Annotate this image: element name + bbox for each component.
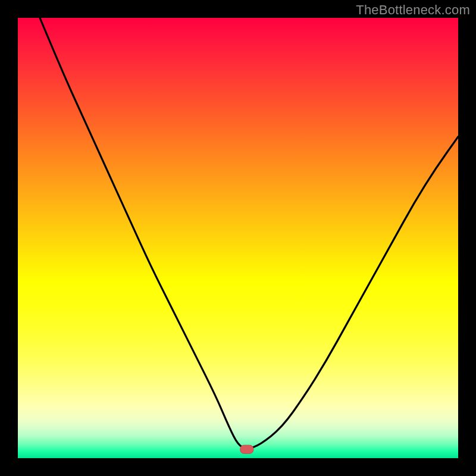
chart-frame: TheBottleneck.com: [0, 0, 476, 476]
plot-area: [18, 18, 458, 458]
bottleneck-curve: [40, 18, 458, 448]
optimal-marker: [240, 445, 253, 453]
chart-svg: [18, 18, 458, 458]
watermark-text: TheBottleneck.com: [356, 2, 470, 18]
